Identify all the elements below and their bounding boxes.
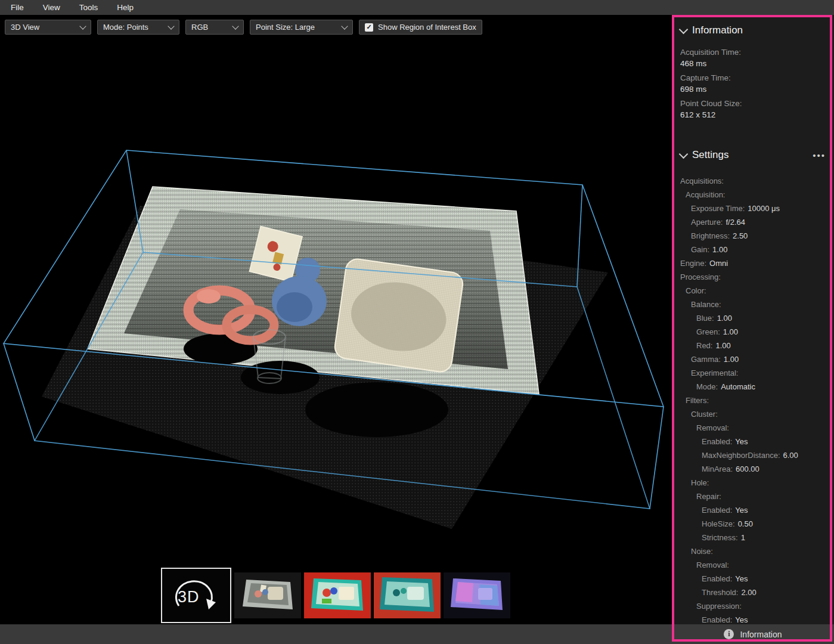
settings-entry-value: 2.50 — [733, 229, 748, 243]
settings-entry-label: Noise: — [691, 544, 713, 558]
color-image-icon — [234, 572, 301, 618]
settings-entry: Blue: 1.00 — [672, 311, 834, 325]
settings-entry: HoleSize: 0.50 — [672, 517, 834, 531]
settings-entry-label: Suppression: — [696, 599, 742, 613]
information-fields: Acquisition Time: 468 ms Capture Time: 6… — [672, 42, 834, 124]
settings-entry-label: MinArea: — [702, 462, 733, 476]
settings-entry: Balance: — [672, 298, 834, 311]
settings-entry-value: 1 — [741, 531, 745, 544]
view-dropdown[interactable]: 3D View — [5, 20, 91, 35]
settings-entry-value: Yes — [735, 435, 748, 448]
information-section: Information Acquisition Time: 468 ms Cap… — [672, 15, 834, 124]
settings-entry-label: Hole: — [691, 476, 709, 490]
menu-item[interactable]: View — [43, 3, 60, 12]
settings-entry-label: Brightness: — [691, 229, 730, 243]
information-header[interactable]: Information — [672, 15, 834, 42]
settings-entry-value: 1.00 — [717, 311, 732, 325]
settings-entry-label: Mode: — [696, 380, 718, 394]
thumbnail-color-image[interactable] — [234, 572, 301, 618]
settings-entry-value: Yes — [735, 503, 748, 517]
info-field: Acquisition Time: 468 ms — [672, 47, 834, 73]
settings-entry-value: 2.00 — [741, 586, 756, 599]
thumbnail-3d-label: 3D — [178, 588, 200, 606]
statusbar-label: Information — [740, 630, 782, 639]
settings-header[interactable]: Settings ••• — [672, 140, 834, 167]
menu-item[interactable]: File — [11, 3, 24, 12]
check-icon: ✓ — [366, 23, 371, 31]
point-size-dropdown[interactable]: Point Size: Large — [250, 20, 353, 35]
settings-entry-value: Yes — [735, 572, 748, 586]
settings-entry: Gain: 1.00 — [672, 243, 834, 256]
settings-entry-label: Threshold: — [702, 586, 738, 599]
settings-entry-label: Experimental: — [691, 366, 738, 380]
settings-entry: Gamma: 1.00 — [672, 352, 834, 366]
mode-dropdown[interactable]: Mode: Points — [97, 20, 179, 35]
statusbar-info-tab[interactable]: i Information — [672, 624, 834, 644]
settings-entry: Aperture: f/2.64 — [672, 215, 834, 229]
info-field-value: 698 ms — [680, 83, 826, 95]
roi-checkbox-label: Show Region of Interest Box — [378, 23, 476, 32]
settings-entry-label: Gain: — [691, 243, 709, 256]
thumbnail-normal-map[interactable] — [444, 572, 510, 618]
settings-entry: Mode: Automatic — [672, 380, 834, 394]
settings-entry-label: Engine: — [680, 256, 706, 270]
menu-item[interactable]: Help — [117, 3, 134, 12]
color-dropdown[interactable]: RGB — [185, 20, 244, 35]
thumbnail-3d-rotate[interactable]: 3D — [161, 568, 231, 623]
settings-entry-label: Strictness: — [702, 531, 738, 544]
settings-section: Settings ••• Acquisitions: Acquisition: — [672, 140, 834, 624]
sidebar: Information Acquisition Time: 468 ms Cap… — [672, 15, 834, 624]
settings-entry: Strictness: 1 — [672, 531, 834, 544]
settings-entry: MinArea: 600.00 — [672, 462, 834, 476]
settings-entry-value: 10000 μs — [748, 202, 780, 215]
settings-entry-label: Acquisition: — [686, 188, 725, 202]
thumbnail-depth-map[interactable] — [304, 572, 371, 618]
settings-tree: Acquisitions: Acquisition: Exposure Time… — [672, 167, 834, 624]
chevron-down-icon — [341, 23, 348, 29]
settings-entry-label: Removal: — [696, 421, 729, 435]
settings-entry: Suppression: — [672, 599, 834, 613]
point-cloud-viewport[interactable]: 3D — [0, 15, 672, 624]
settings-entry: Experimental: — [672, 366, 834, 380]
settings-entry-value: 1.00 — [723, 325, 738, 339]
settings-entry: Color: — [672, 284, 834, 298]
settings-entry-label: Removal: — [696, 558, 729, 572]
menu-item[interactable]: Tools — [79, 3, 98, 12]
settings-entry-value: f/2.64 — [726, 215, 745, 229]
settings-entry-label: Processing: — [680, 270, 721, 284]
settings-entry-label: Red: — [696, 339, 712, 352]
roi-checkbox-container[interactable]: ✓ Show Region of Interest Box — [359, 20, 482, 35]
toolbar: 3D View Mode: Points RGB Point Size: Lar… — [5, 20, 482, 35]
settings-entry-label: Acquisitions: — [680, 174, 724, 188]
snr-map-icon — [374, 572, 441, 618]
settings-entry-label: Enabled: — [702, 503, 732, 517]
settings-entry-label: Balance: — [691, 298, 721, 311]
settings-entry: Noise: — [672, 544, 834, 558]
settings-entry: Enabled: Yes — [672, 435, 834, 448]
view-dropdown-value: 3D View — [11, 23, 39, 32]
settings-entry-label: Blue: — [696, 311, 714, 325]
point-cloud-scene[interactable] — [0, 15, 672, 624]
info-field-label: Capture Time: — [680, 73, 826, 83]
settings-entry: Red: 1.00 — [672, 339, 834, 352]
chevron-down-icon — [232, 23, 238, 29]
menubar: File View Tools Help — [0, 0, 834, 15]
settings-entry-value: 600.00 — [736, 462, 759, 476]
info-field-value: 612 x 512 — [680, 109, 826, 120]
info-field-value: 468 ms — [680, 58, 826, 69]
white-plate-point-cloud — [333, 258, 464, 373]
settings-entry: Exposure Time: 10000 μs — [672, 202, 834, 215]
overflow-menu-icon[interactable]: ••• — [813, 150, 826, 160]
settings-entry-label: Cluster: — [691, 407, 718, 421]
settings-entry: Acquisitions: — [672, 174, 834, 188]
settings-entry-value: 1.00 — [712, 243, 727, 256]
normal-map-icon — [444, 572, 510, 618]
settings-entry: Removal: — [672, 421, 834, 435]
settings-entry-value: Omni — [709, 256, 728, 270]
information-title: Information — [692, 24, 743, 36]
settings-entry-value: Automatic — [721, 380, 755, 394]
settings-entry: Enabled: Yes — [672, 572, 834, 586]
thumbnail-strip: 3D — [161, 566, 510, 624]
roi-checkbox[interactable]: ✓ — [365, 23, 373, 32]
thumbnail-snr-map[interactable] — [374, 572, 441, 618]
